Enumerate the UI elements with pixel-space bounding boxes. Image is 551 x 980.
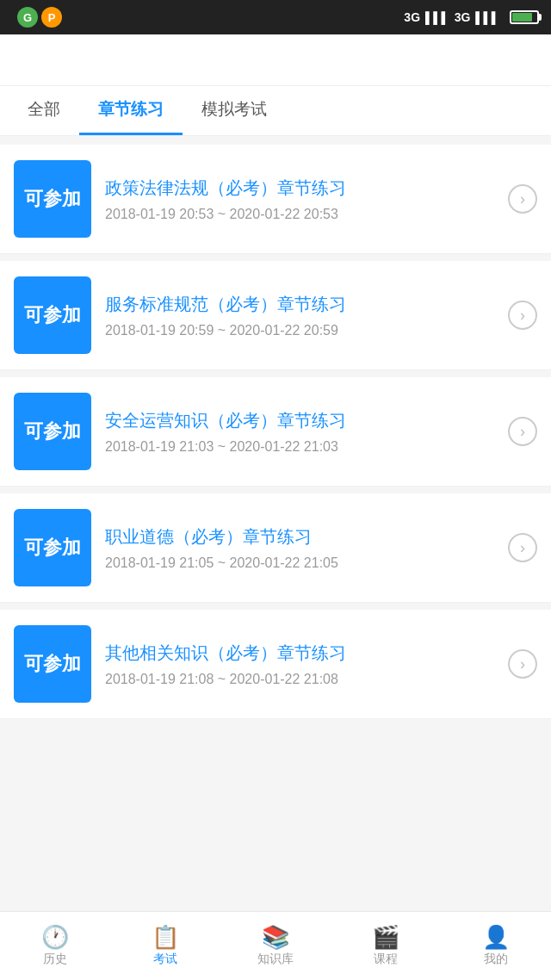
list-container: 可参加 政策法律法规（必考）章节练习 2018-01-19 20:53 ~ 20… [0,136,551,735]
exam-label: 考试 [153,952,177,967]
item-content: 政策法律法规（必考）章节练习 2018-01-19 20:53 ~ 2020-0… [105,176,494,222]
icon-g: G [17,7,38,28]
item-badge: 可参加 [14,625,91,703]
status-right: 3G ▌▌▌ 3G ▌▌▌ [404,10,539,24]
item-title: 服务标准规范（必考）章节练习 [105,292,494,316]
history-label: 历史 [43,952,67,967]
battery-icon [510,10,539,24]
item-content: 服务标准规范（必考）章节练习 2018-01-19 20:59 ~ 2020-0… [105,292,494,338]
mine-label: 我的 [484,952,508,967]
arrow-icon: › [508,649,537,679]
arrow-icon: › [508,417,537,446]
app-bar [0,34,551,86]
item-badge: 可参加 [14,393,91,470]
item-date: 2018-01-19 21:08 ~ 2020-01-22 21:08 [105,672,494,687]
nav-item-history[interactable]: 🕐 历史 [0,912,110,980]
tab-mock[interactable]: 模拟考试 [183,86,286,135]
nav-item-exam[interactable]: 📋 考试 [110,912,220,980]
item-content: 职业道德（必考）章节练习 2018-01-19 21:05 ~ 2020-01-… [105,524,494,571]
bottom-spacer [0,735,551,803]
item-title: 政策法律法规（必考）章节练习 [105,176,494,200]
item-title: 职业道德（必考）章节练习 [105,524,494,549]
nav-item-course[interactable]: 🎬 课程 [331,912,441,980]
list-item[interactable]: 可参加 其他相关知识（必考）章节练习 2018-01-19 21:08 ~ 20… [0,610,551,719]
bottom-nav: 🕐 历史 📋 考试 📚 知识库 🎬 课程 👤 我的 [0,911,551,980]
list-item[interactable]: 可参加 职业道德（必考）章节练习 2018-01-19 21:05 ~ 2020… [0,493,551,603]
tab-all[interactable]: 全部 [9,86,79,135]
battery-fill [512,13,532,22]
arrow-icon: › [508,184,537,214]
history-icon: 🕐 [41,926,69,948]
signal-bars-left: ▌▌▌ [425,11,449,24]
list-item[interactable]: 可参加 服务标准规范（必考）章节练习 2018-01-19 20:59 ~ 20… [0,261,551,370]
exam-icon: 📋 [152,926,179,948]
status-bar: G P 3G ▌▌▌ 3G ▌▌▌ [0,0,551,34]
item-date: 2018-01-19 20:59 ~ 2020-01-22 20:59 [105,323,494,338]
item-title: 其他相关知识（必考）章节练习 [105,641,494,665]
tab-chapter[interactable]: 章节练习 [79,86,183,135]
nav-item-mine[interactable]: 👤 我的 [441,912,551,980]
icon-p: P [41,7,62,28]
list-item[interactable]: 可参加 安全运营知识（必考）章节练习 2018-01-19 21:03 ~ 20… [0,377,551,487]
item-badge: 可参加 [14,160,91,238]
arrow-icon: › [508,533,537,562]
signal-3g-right: 3G [455,10,471,24]
course-icon: 🎬 [372,926,399,948]
mine-icon: 👤 [482,926,510,948]
knowledge-icon: 📚 [262,926,289,948]
arrow-icon: › [508,301,537,330]
item-content: 其他相关知识（必考）章节练习 2018-01-19 21:08 ~ 2020-0… [105,641,494,687]
status-icons: G P [17,7,62,28]
knowledge-label: 知识库 [257,952,294,967]
item-date: 2018-01-19 20:53 ~ 2020-01-22 20:53 [105,207,494,222]
status-left: G P [12,7,62,28]
signal-bars-right: ▌▌▌ [475,11,499,24]
nav-item-knowledge[interactable]: 📚 知识库 [220,912,331,980]
item-title: 安全运营知识（必考）章节练习 [105,408,494,432]
signal-3g-left: 3G [404,10,420,24]
item-content: 安全运营知识（必考）章节练习 2018-01-19 21:03 ~ 2020-0… [105,408,494,455]
course-label: 课程 [374,952,398,967]
item-badge: 可参加 [14,509,91,586]
tabs-bar: 全部 章节练习 模拟考试 [0,86,551,136]
list-item[interactable]: 可参加 政策法律法规（必考）章节练习 2018-01-19 20:53 ~ 20… [0,145,551,254]
item-date: 2018-01-19 21:03 ~ 2020-01-22 21:03 [105,439,494,455]
item-date: 2018-01-19 21:05 ~ 2020-01-22 21:05 [105,555,494,571]
item-badge: 可参加 [14,276,91,354]
